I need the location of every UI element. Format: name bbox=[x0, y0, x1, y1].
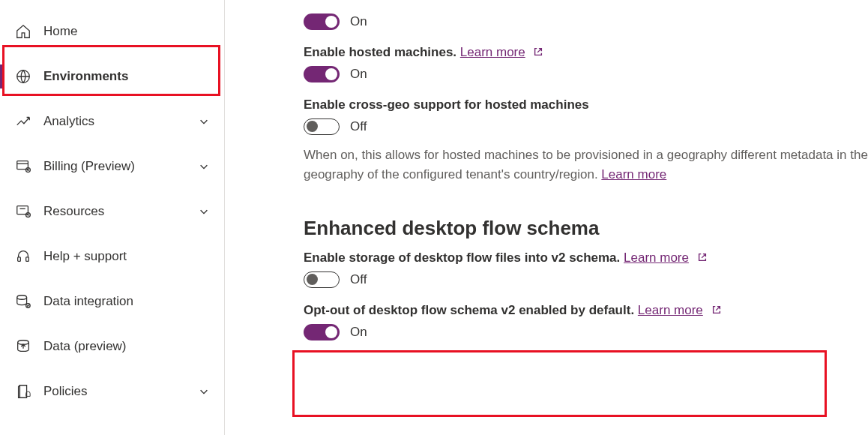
toggle-state: Off bbox=[350, 119, 367, 134]
policies-icon bbox=[15, 383, 31, 400]
billing-icon bbox=[15, 158, 31, 175]
globe-icon bbox=[15, 68, 31, 85]
external-link-icon bbox=[697, 251, 708, 262]
toggle-switch[interactable] bbox=[304, 272, 340, 288]
toggle-state: On bbox=[350, 14, 367, 29]
svg-rect-5 bbox=[18, 257, 21, 262]
sidebar-item-data-integration[interactable]: Data integration bbox=[0, 279, 224, 324]
home-icon bbox=[15, 23, 31, 40]
sidebar-item-label: Home bbox=[43, 24, 77, 39]
setting-hosted-machines: Enable hosted machines. Learn more On bbox=[304, 45, 868, 82]
sidebar-item-analytics[interactable]: Analytics bbox=[0, 99, 224, 144]
sidebar-item-environments[interactable]: Environments bbox=[0, 54, 224, 99]
sidebar-item-label: Billing (Preview) bbox=[43, 159, 135, 174]
chevron-down-icon bbox=[199, 386, 209, 397]
external-link-icon bbox=[711, 304, 722, 314]
data-preview-icon bbox=[15, 338, 31, 355]
sidebar-item-label: Data integration bbox=[43, 294, 133, 309]
section-title: Enhanced desktop flow schema bbox=[304, 217, 868, 240]
learn-more-link[interactable]: Learn more bbox=[638, 303, 703, 317]
sidebar-item-help[interactable]: Help + support bbox=[0, 234, 224, 279]
setting-title: Enable cross-geo support for hosted mach… bbox=[304, 98, 589, 112]
setting-cross-geo: Enable cross-geo support for hosted mach… bbox=[304, 98, 868, 184]
toggle-state: On bbox=[350, 325, 367, 340]
sidebar-item-billing[interactable]: Billing (Preview) bbox=[0, 144, 224, 189]
sidebar-item-label: Resources bbox=[43, 204, 104, 219]
setting-title: Enable hosted machines. bbox=[304, 45, 456, 59]
main-content: On Enable hosted machines. Learn more On… bbox=[225, 0, 868, 435]
setting-description: When on, this allows for hosted machines… bbox=[304, 146, 868, 184]
resources-icon bbox=[15, 203, 31, 220]
setting-title: Enable storage of desktop flow files int… bbox=[304, 250, 620, 265]
toggle-switch[interactable] bbox=[304, 324, 340, 340]
analytics-icon bbox=[15, 113, 31, 130]
svg-point-7 bbox=[17, 296, 27, 300]
toggle-switch[interactable] bbox=[304, 14, 340, 30]
sidebar-item-label: Data (preview) bbox=[43, 339, 127, 354]
sidebar-item-resources[interactable]: Resources bbox=[0, 189, 224, 234]
learn-more-link[interactable]: Learn more bbox=[601, 167, 666, 182]
setting-title: Opt-out of desktop flow schema v2 enable… bbox=[304, 303, 634, 317]
sidebar-item-label: Policies bbox=[43, 384, 88, 399]
setting-v2-optout: Opt-out of desktop flow schema v2 enable… bbox=[304, 303, 868, 340]
data-integration-icon bbox=[15, 293, 31, 310]
toggle-state: Off bbox=[350, 272, 367, 287]
svg-rect-6 bbox=[26, 257, 29, 262]
sidebar-item-label: Analytics bbox=[43, 114, 94, 129]
sidebar-item-policies[interactable]: Policies bbox=[0, 369, 224, 414]
toggle-switch[interactable] bbox=[304, 66, 340, 82]
learn-more-link[interactable]: Learn more bbox=[624, 250, 689, 265]
setting-row: On bbox=[304, 14, 868, 30]
chevron-down-icon bbox=[199, 116, 209, 127]
setting-v2-storage: Enable storage of desktop flow files int… bbox=[304, 250, 868, 288]
learn-more-link[interactable]: Learn more bbox=[460, 45, 525, 59]
sidebar-item-label: Environments bbox=[43, 69, 128, 84]
external-link-icon bbox=[533, 46, 543, 56]
chevron-down-icon bbox=[199, 206, 209, 217]
chevron-down-icon bbox=[199, 161, 209, 172]
toggle-switch[interactable] bbox=[304, 118, 340, 135]
sidebar: Home Environments Analytics Billing (Pre… bbox=[0, 0, 225, 435]
sidebar-item-label: Help + support bbox=[43, 249, 127, 264]
headset-icon bbox=[15, 248, 31, 265]
sidebar-item-home[interactable]: Home bbox=[0, 9, 224, 54]
toggle-state: On bbox=[350, 67, 367, 82]
sidebar-item-data-preview[interactable]: Data (preview) bbox=[0, 324, 224, 369]
